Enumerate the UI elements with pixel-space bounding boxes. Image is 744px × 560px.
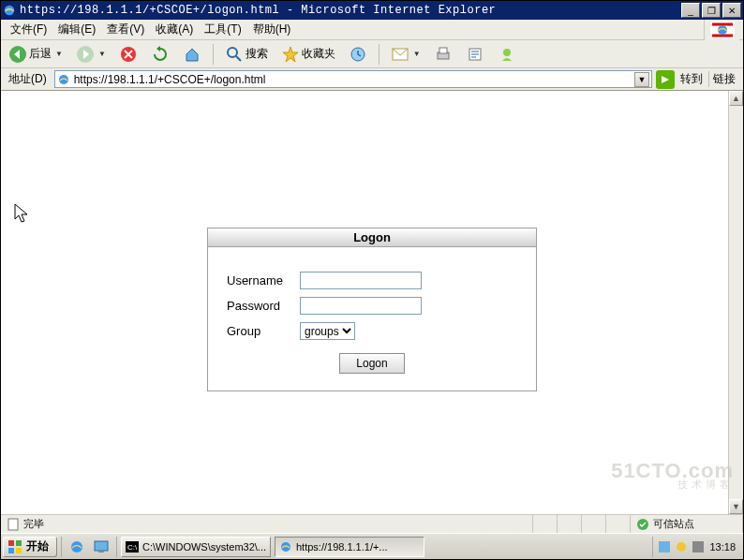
close-button[interactable]: ✕ xyxy=(722,3,741,18)
menu-edit[interactable]: 编辑(E) xyxy=(52,19,101,40)
home-button[interactable] xyxy=(179,43,205,66)
edit-icon xyxy=(466,45,484,64)
task-label: https://198.1.1.1/+... xyxy=(296,541,388,553)
search-icon xyxy=(225,45,244,64)
favorites-button[interactable]: 收藏夹 xyxy=(277,43,339,66)
svg-text:C:\: C:\ xyxy=(127,543,138,552)
taskbar-item-ie[interactable]: https://198.1.1.1/+... xyxy=(275,537,424,557)
chevron-down-icon: ▼ xyxy=(413,50,421,58)
refresh-button[interactable] xyxy=(147,43,173,66)
scroll-track[interactable] xyxy=(729,106,743,499)
password-input[interactable] xyxy=(300,297,422,315)
restore-button[interactable]: ❐ xyxy=(702,3,721,18)
address-field[interactable]: ▼ xyxy=(54,70,652,88)
ie-icon[interactable] xyxy=(67,538,86,556)
start-button[interactable]: 开始 xyxy=(3,537,57,557)
go-button[interactable] xyxy=(656,70,675,89)
cursor-icon xyxy=(14,203,29,224)
taskbar: 开始 C:\ C:\WINDOWS\system32\... https://1… xyxy=(1,533,743,559)
password-label: Password xyxy=(227,299,300,313)
cmd-icon: C:\ xyxy=(126,540,139,553)
chevron-down-icon: ▼ xyxy=(98,50,106,58)
scroll-down-button[interactable]: ▼ xyxy=(729,499,743,514)
search-button[interactable]: 搜索 xyxy=(221,43,272,66)
menu-file[interactable]: 文件(F) xyxy=(5,19,52,40)
page-viewport: Logon Username Password Group groups Log… xyxy=(1,91,743,514)
home-icon xyxy=(183,45,201,64)
chevron-down-icon: ▼ xyxy=(55,50,63,58)
svg-rect-22 xyxy=(95,541,108,551)
scroll-up-button[interactable]: ▲ xyxy=(729,91,743,106)
stop-button[interactable] xyxy=(115,43,141,66)
svg-rect-19 xyxy=(8,548,14,553)
address-label: 地址(D) xyxy=(5,71,51,87)
status-text: 完毕 xyxy=(1,515,533,533)
history-button[interactable] xyxy=(345,43,371,66)
menubar: 文件(F) 编辑(E) 查看(V) 收藏(A) 工具(T) 帮助(H) xyxy=(1,20,743,40)
favorites-label: 收藏夹 xyxy=(302,46,335,62)
statusbar: 完毕 可信站点 xyxy=(1,514,743,533)
status-pane xyxy=(558,515,582,533)
tray-icon[interactable] xyxy=(659,541,670,553)
watermark: 51CTO.com 技术博客 xyxy=(611,462,734,490)
back-label: 后退 xyxy=(29,46,52,62)
window-buttons: _ ❐ ✕ xyxy=(681,3,741,18)
svg-rect-23 xyxy=(98,551,104,553)
svg-rect-17 xyxy=(8,540,14,546)
windows-icon xyxy=(7,539,22,554)
minimize-button[interactable]: _ xyxy=(681,3,700,18)
logon-form: Username Password Group groups Logon xyxy=(208,247,536,391)
separator xyxy=(213,44,214,65)
ie-throbber xyxy=(704,20,739,40)
addressbar: 地址(D) ▼ 转到 链接 xyxy=(1,68,743,91)
toolbar: 后退 ▼ ▼ 搜索 收藏夹 ▼ xyxy=(1,40,743,68)
group-label: Group xyxy=(227,324,300,338)
status-pane xyxy=(606,515,631,533)
print-icon xyxy=(434,45,453,64)
tray-icon[interactable] xyxy=(692,541,704,553)
url-dropdown[interactable]: ▼ xyxy=(634,72,649,87)
start-label: 开始 xyxy=(26,538,49,554)
titlebar: https://198.1.1.1/+CSCOE+/logon.html - M… xyxy=(1,1,743,20)
mail-button[interactable]: ▼ xyxy=(387,43,424,66)
svg-point-28 xyxy=(677,542,686,552)
zone-label: 可信站点 xyxy=(653,517,694,531)
search-label: 搜索 xyxy=(246,46,268,62)
vertical-scrollbar[interactable]: ▲ ▼ xyxy=(728,91,743,514)
task-label: C:\WINDOWS\system32\... xyxy=(142,541,266,553)
menu-favorites[interactable]: 收藏(A) xyxy=(150,19,199,40)
forward-icon xyxy=(76,45,95,64)
history-icon xyxy=(349,45,367,64)
star-icon xyxy=(281,45,300,64)
messenger-button[interactable] xyxy=(494,43,520,66)
svg-rect-29 xyxy=(692,541,704,553)
logon-button[interactable]: Logon xyxy=(339,353,405,374)
status-done-label: 完毕 xyxy=(23,517,44,531)
desktop-icon[interactable] xyxy=(92,538,111,556)
username-input[interactable] xyxy=(300,272,422,289)
svg-rect-18 xyxy=(16,540,22,546)
logon-title: Logon xyxy=(208,228,536,247)
forward-button[interactable]: ▼ xyxy=(72,43,110,66)
back-button[interactable]: 后退 ▼ xyxy=(5,43,67,66)
security-zone: 可信站点 xyxy=(631,515,743,533)
svg-rect-27 xyxy=(659,541,670,553)
menu-help[interactable]: 帮助(H) xyxy=(247,19,297,40)
group-select[interactable]: groups xyxy=(300,322,355,340)
menu-view[interactable]: 查看(V) xyxy=(101,19,150,40)
svg-line-7 xyxy=(236,56,241,61)
taskbar-item-cmd[interactable]: C:\ C:\WINDOWS\system32\... xyxy=(121,537,271,557)
messenger-icon xyxy=(498,45,516,64)
svg-rect-20 xyxy=(16,548,22,553)
links-label[interactable]: 链接 xyxy=(708,71,739,87)
menu-tools[interactable]: 工具(T) xyxy=(199,19,246,40)
status-pane xyxy=(582,515,606,533)
ie-icon xyxy=(3,4,16,17)
trusted-icon xyxy=(636,518,649,531)
tray-icon[interactable] xyxy=(676,541,687,553)
edit-button[interactable] xyxy=(462,43,488,66)
url-input[interactable] xyxy=(74,73,631,86)
svg-point-13 xyxy=(503,49,511,56)
svg-point-6 xyxy=(228,48,237,57)
print-button[interactable] xyxy=(430,43,456,66)
